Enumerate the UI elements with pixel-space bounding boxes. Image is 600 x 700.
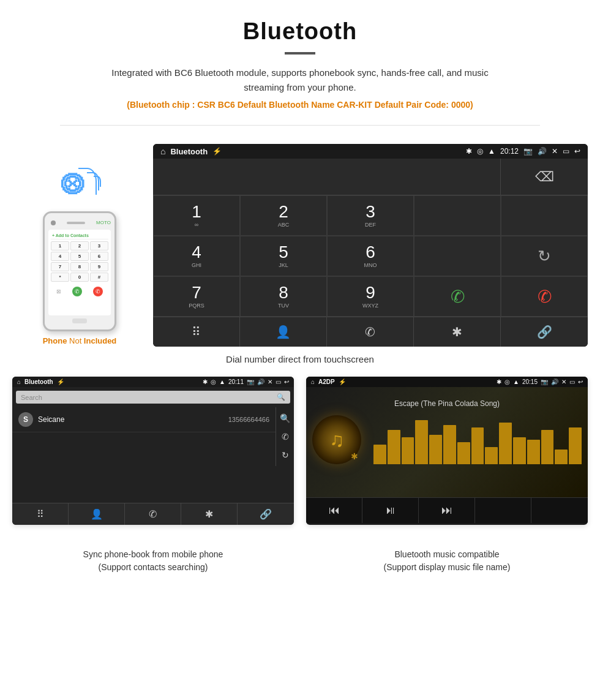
location-icon: ◎ [477,147,483,156]
back-icon[interactable]: ↩ [574,147,580,156]
dialpad-toolbar-button[interactable]: ⠿ [153,317,240,347]
pb-call-right-icon[interactable]: ✆ [282,432,289,442]
page-header: Bluetooth Integrated with BC6 Bluetooth … [0,0,600,116]
dial-key-2[interactable]: 2 ABC [240,195,327,236]
eq-bar-15 [569,427,582,464]
bluetooth-status-icon: ✱ [466,147,472,156]
phone-key-6[interactable]: 6 [90,252,108,261]
home-icon[interactable]: ⌂ [160,146,165,156]
pb-search-icon: 🔍 [277,393,285,401]
phone-end-button[interactable]: ✆ [93,287,103,296]
eq-bar-13 [541,430,554,464]
dial-key-9[interactable]: 9 WXYZ [327,276,414,317]
pb-time: 20:11 [228,378,244,385]
bluetooth-toolbar-button[interactable]: ✱ [414,317,501,347]
eq-bar-12 [527,440,540,464]
pb-home-icon[interactable]: ⌂ [17,378,21,385]
music-caption: Bluetooth music compatible(Support displ… [306,548,588,574]
pb-link-button[interactable]: 🔗 [238,503,294,525]
pb-contact-number: 13566664466 [228,416,269,423]
phone-key-5[interactable]: 5 [70,252,89,261]
phone-key-3[interactable]: 3 [90,241,108,250]
phone-key-hash[interactable]: # [90,273,108,282]
phone-key-4[interactable]: 4 [51,252,69,261]
music-time: 20:15 [522,378,538,385]
pb-spacer [12,466,294,503]
music-shuffle-button[interactable] [531,498,588,523]
dial-key-6[interactable]: 6 MNO [327,236,414,276]
phone-key-9[interactable]: 9 [90,262,108,271]
phone-call-button[interactable]: ✆ [72,287,82,296]
phone-speaker-icon [67,222,85,224]
music-status-left: ⌂ A2DP ⚡ [311,378,346,385]
header-divider [285,52,315,55]
dial-key-7[interactable]: 7 PQRS [153,276,240,317]
contacts-toolbar-button[interactable]: 👤 [240,317,327,347]
refresh-button[interactable]: ↻ [501,236,588,276]
pb-search-bar[interactable]: Search 🔍 [16,391,290,404]
eq-bar-6 [443,425,456,464]
camera-icon[interactable]: 📷 [523,147,533,156]
pb-back-icon[interactable]: ↩ [284,378,289,385]
window-icon[interactable]: ▭ [563,147,569,156]
pb-search-right-icon[interactable]: 🔍 [280,413,290,423]
pb-contacts-button[interactable]: 👤 [69,503,125,525]
dial-key-3[interactable]: 3 DEF [327,195,414,236]
pb-refresh-right-icon[interactable]: ↻ [282,450,289,460]
music-win-icon[interactable]: ▭ [569,378,575,385]
pb-contact-list: S Seicane 13566664466 [12,407,276,466]
music-x-icon[interactable]: ✕ [561,378,566,385]
music-song-title: Escape (The Pina Colada Song) [394,399,500,408]
status-right: ✱ ◎ ▲ 20:12 📷 🔊 ✕ ▭ ↩ [466,147,580,156]
bottom-captions: Sync phone-book from mobile phone(Suppor… [0,543,600,592]
close-icon[interactable]: ✕ [552,147,558,156]
phone-key-7[interactable]: 7 [51,262,69,271]
pb-x-icon[interactable]: ✕ [268,378,272,385]
music-wifi-icon: ▲ [513,378,519,385]
dial-empty-2 [501,195,588,236]
phonebook-caption: Sync phone-book from mobile phone(Suppor… [12,548,294,574]
dial-key-4[interactable]: 4 GHI [153,236,240,276]
dial-key-5[interactable]: 5 JKL [240,236,327,276]
phone-key-0[interactable]: 0 [70,273,89,282]
music-home-icon[interactable]: ⌂ [311,378,315,385]
music-status-bar: ⌂ A2DP ⚡ ✱ ◎ ▲ 20:15 📷 🔊 ✕ ▭ ↩ [306,377,588,387]
pb-win-icon[interactable]: ▭ [276,378,281,385]
dial-display [153,159,501,195]
music-bt-overlay-icon: ✱ [351,451,358,461]
pb-bt-icon: ✱ [203,378,208,385]
dial-key-8[interactable]: 8 TUV [240,276,327,317]
backspace-button[interactable]: ⌫ [501,159,588,195]
status-time: 20:12 [500,147,519,156]
pb-status-left: ⌂ Bluetooth ⚡ [17,378,64,385]
phone-toolbar-button[interactable]: ✆ [327,317,414,347]
music-back-icon[interactable]: ↩ [578,378,583,385]
dial-key-1[interactable]: 1 ∞ [153,195,240,236]
pb-contact-row[interactable]: S Seicane 13566664466 [12,407,276,432]
bottom-section: ⌂ Bluetooth ⚡ ✱ ◎ ▲ 20:11 📷 🔊 ✕ ▭ ↩ Sear… [0,377,600,543]
music-prev-button[interactable]: ⏮ [306,498,362,523]
phone-key-1[interactable]: 1 [51,241,69,250]
phone-not-included-label: Phone Not Included [43,336,117,345]
phone-key-star[interactable]: * [51,273,69,282]
call-button[interactable]: ✆ [414,276,501,317]
eq-bar-8 [471,427,484,464]
end-call-button[interactable]: ✆ [501,276,588,317]
pb-contact-name: Seicane [38,415,228,424]
phone-key-8[interactable]: 8 [70,262,89,271]
main-caption: Dial number direct from touchscreen [0,347,600,377]
pb-title: Bluetooth [24,378,53,385]
pb-bt-button[interactable]: ✱ [181,503,238,525]
music-next-button[interactable]: ⏭ [419,498,475,523]
pb-wifi-icon: ▲ [219,378,225,385]
link-toolbar-button[interactable]: 🔗 [501,317,588,347]
music-loc-icon: ◎ [504,378,510,385]
volume-icon[interactable]: 🔊 [538,147,547,156]
usb-icon: ⚡ [212,147,222,156]
phone-key-2[interactable]: 2 [70,241,89,250]
music-repeat-button[interactable] [475,498,531,523]
pb-phone-button[interactable]: ✆ [125,503,181,525]
phone-home-button[interactable] [72,318,87,323]
music-play-pause-button[interactable]: ⏯ [362,498,419,523]
pb-dialpad-button[interactable]: ⠿ [12,503,69,525]
